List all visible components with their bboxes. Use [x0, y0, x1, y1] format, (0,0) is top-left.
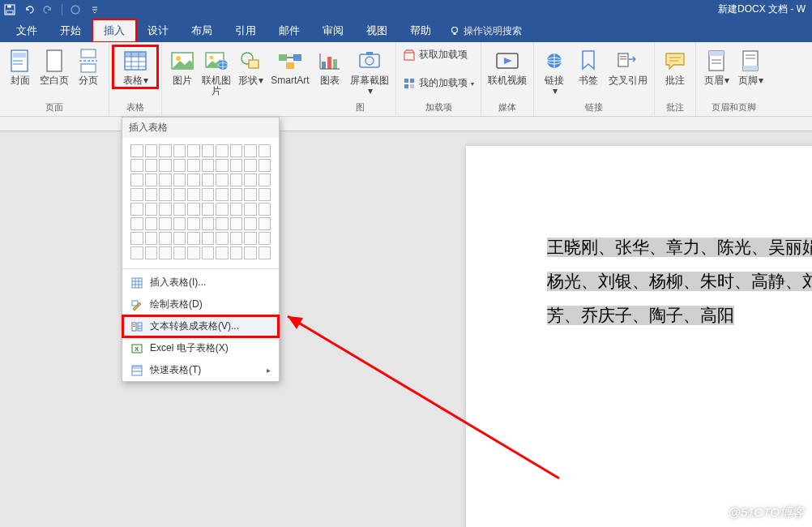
- get-addins-button[interactable]: 获取加载项: [401, 47, 476, 62]
- document-text[interactable]: 王晓刚、张华、章力、陈光、吴丽娟 杨光、刘银、杨柳、朱时、高静、刘 芳、乔庆子、…: [547, 230, 812, 332]
- qat-separator: [62, 4, 62, 15]
- svg-rect-2: [7, 6, 11, 8]
- page-break-button[interactable]: 分页: [71, 45, 105, 88]
- svg-rect-45: [410, 84, 414, 88]
- draw-table-item[interactable]: 绘制表格(D): [122, 293, 279, 315]
- svg-point-4: [452, 28, 458, 33]
- header-button[interactable]: 页眉▾: [699, 45, 733, 88]
- tab-insert[interactable]: 插入: [92, 19, 136, 42]
- ribbon: 封面 空白页 分页 页面 表格▾ 表格 图片: [0, 42, 812, 117]
- text-to-table-label: 文本转换成表格(V)...: [150, 319, 239, 333]
- footer-button[interactable]: 页脚▾: [733, 45, 767, 88]
- svg-rect-61: [743, 66, 758, 71]
- link-label: 链接▾: [545, 75, 564, 96]
- screenshot-button[interactable]: 屏幕截图▾: [347, 45, 392, 99]
- svg-rect-31: [293, 54, 301, 61]
- text-to-table-item[interactable]: 文本转换成表格(V)...: [122, 315, 279, 337]
- draw-table-icon: [130, 298, 143, 311]
- lightbulb-icon: [449, 25, 460, 36]
- tab-view[interactable]: 视图: [355, 19, 399, 42]
- ribbon-tabs: 文件 开始 插入 设计 布局 引用 邮件 审阅 视图 帮助 操作说明搜索: [0, 19, 812, 42]
- cross-ref-icon: [615, 48, 641, 74]
- tab-design[interactable]: 设计: [136, 19, 180, 42]
- svg-rect-10: [47, 50, 62, 71]
- quick-tables-label: 快速表格(T): [150, 363, 201, 377]
- svg-rect-79: [132, 366, 142, 369]
- chart-label: 图表: [320, 75, 340, 86]
- chart-button[interactable]: 图表: [313, 45, 347, 88]
- link-icon: [541, 48, 567, 74]
- bookmark-label: 书签: [579, 75, 598, 86]
- cover-page-button[interactable]: 封面: [3, 45, 37, 88]
- group-tables: 表格▾ 表格: [109, 42, 162, 116]
- tell-me-search[interactable]: 操作说明搜索: [449, 19, 522, 42]
- svg-rect-40: [366, 52, 373, 55]
- group-comments-label: 批注: [655, 100, 695, 116]
- online-video-icon: [494, 48, 520, 74]
- page-break-icon: [75, 48, 101, 74]
- shapes-button[interactable]: 形状▾: [233, 45, 267, 88]
- table-button[interactable]: 表格▾: [113, 45, 158, 88]
- tab-mailings[interactable]: 邮件: [267, 19, 311, 42]
- svg-rect-34: [327, 57, 331, 69]
- svg-rect-30: [279, 54, 287, 61]
- screenshot-icon: [357, 48, 382, 74]
- link-button[interactable]: 链接▾: [537, 45, 571, 99]
- svg-point-3: [71, 6, 79, 14]
- pictures-label: 图片: [173, 75, 192, 86]
- my-addins-button[interactable]: 我的加载项 ▾: [401, 75, 476, 91]
- document-page[interactable]: 王晓刚、张华、章力、陈光、吴丽娟 杨光、刘银、杨柳、朱时、高静、刘 芳、乔庆子、…: [466, 146, 812, 527]
- svg-rect-71: [133, 324, 135, 325]
- quick-tables-item[interactable]: 快速表格(T) ▸: [122, 359, 279, 381]
- menu-separator: [122, 268, 279, 269]
- svg-rect-42: [404, 79, 408, 83]
- comment-icon: [662, 48, 688, 74]
- online-video-button[interactable]: 联机视频: [485, 45, 530, 88]
- insert-table-icon: [130, 276, 143, 289]
- online-pictures-button[interactable]: 联机图片: [199, 45, 233, 99]
- tab-home[interactable]: 开始: [49, 19, 92, 42]
- svg-rect-51: [618, 54, 628, 66]
- blank-page-button[interactable]: 空白页: [37, 45, 71, 88]
- text-line-2: 杨光、刘银、杨柳、朱时、高静、刘: [547, 272, 812, 291]
- svg-rect-72: [133, 326, 135, 327]
- my-addins-label: 我的加载项 ▾: [419, 76, 474, 90]
- svg-point-24: [210, 56, 214, 60]
- svg-rect-43: [410, 79, 414, 83]
- svg-rect-1: [6, 11, 13, 14]
- table-grid-picker[interactable]: [122, 138, 279, 266]
- svg-rect-29: [249, 60, 259, 68]
- svg-point-22: [176, 56, 181, 61]
- pictures-button[interactable]: 图片: [165, 45, 199, 88]
- tab-file[interactable]: 文件: [5, 19, 49, 42]
- excel-spreadsheet-item[interactable]: X Excel 电子表格(X): [122, 337, 279, 359]
- tab-layout[interactable]: 布局: [180, 19, 224, 42]
- group-tables-label: 表格: [109, 100, 161, 116]
- undo-icon[interactable]: [23, 3, 36, 16]
- touch-mode-icon[interactable]: [69, 3, 82, 16]
- pictures-icon: [169, 48, 195, 74]
- group-pages: 封面 空白页 分页 页面: [0, 42, 109, 116]
- page-break-label: 分页: [79, 75, 98, 86]
- insert-table-item[interactable]: 插入表格(I)...: [122, 272, 279, 293]
- store-icon: [403, 49, 416, 62]
- group-links-label: 链接: [534, 100, 654, 116]
- redo-icon[interactable]: [42, 3, 55, 16]
- tab-references[interactable]: 引用: [224, 19, 267, 42]
- document-title: 新建DOCX 文档 - W: [718, 2, 806, 16]
- bookmark-button[interactable]: 书签: [571, 45, 605, 88]
- screenshot-label: 屏幕截图▾: [348, 75, 391, 96]
- quick-tables-icon: [130, 364, 143, 377]
- comment-button[interactable]: 批注: [658, 45, 692, 88]
- table-menu-title: 插入表格: [122, 118, 279, 138]
- save-icon[interactable]: [3, 3, 16, 16]
- smartart-button[interactable]: SmartArt: [267, 45, 313, 88]
- svg-rect-64: [132, 278, 142, 288]
- tab-review[interactable]: 审阅: [311, 19, 355, 42]
- cross-reference-button[interactable]: 交叉引用: [605, 45, 651, 88]
- tab-help[interactable]: 帮助: [399, 19, 442, 42]
- qat-dropdown-icon[interactable]: [88, 3, 101, 16]
- blank-page-icon: [41, 48, 67, 74]
- group-links: 链接▾ 书签 交叉引用 链接: [534, 42, 655, 116]
- svg-rect-7: [13, 53, 26, 58]
